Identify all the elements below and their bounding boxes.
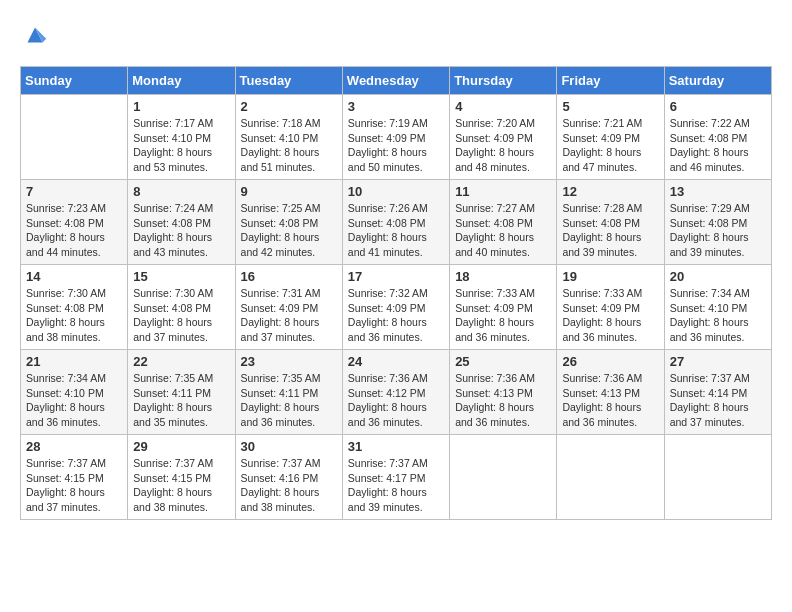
day-info: Sunrise: 7:36 AMSunset: 4:13 PMDaylight:… <box>562 371 658 430</box>
day-number: 2 <box>241 99 337 114</box>
day-number: 13 <box>670 184 766 199</box>
day-number: 26 <box>562 354 658 369</box>
calendar-cell: 2Sunrise: 7:18 AMSunset: 4:10 PMDaylight… <box>235 95 342 180</box>
day-number: 30 <box>241 439 337 454</box>
day-number: 18 <box>455 269 551 284</box>
day-info: Sunrise: 7:33 AMSunset: 4:09 PMDaylight:… <box>455 286 551 345</box>
day-info: Sunrise: 7:21 AMSunset: 4:09 PMDaylight:… <box>562 116 658 175</box>
day-number: 24 <box>348 354 444 369</box>
day-number: 16 <box>241 269 337 284</box>
page-header <box>20 20 772 50</box>
calendar-week-row: 21Sunrise: 7:34 AMSunset: 4:10 PMDayligh… <box>21 350 772 435</box>
calendar-cell: 9Sunrise: 7:25 AMSunset: 4:08 PMDaylight… <box>235 180 342 265</box>
day-info: Sunrise: 7:28 AMSunset: 4:08 PMDaylight:… <box>562 201 658 260</box>
calendar-cell: 17Sunrise: 7:32 AMSunset: 4:09 PMDayligh… <box>342 265 449 350</box>
day-info: Sunrise: 7:22 AMSunset: 4:08 PMDaylight:… <box>670 116 766 175</box>
calendar-cell <box>21 95 128 180</box>
weekday-header-monday: Monday <box>128 67 235 95</box>
day-number: 6 <box>670 99 766 114</box>
day-info: Sunrise: 7:23 AMSunset: 4:08 PMDaylight:… <box>26 201 122 260</box>
calendar-cell: 19Sunrise: 7:33 AMSunset: 4:09 PMDayligh… <box>557 265 664 350</box>
day-number: 3 <box>348 99 444 114</box>
calendar-cell: 5Sunrise: 7:21 AMSunset: 4:09 PMDaylight… <box>557 95 664 180</box>
day-info: Sunrise: 7:34 AMSunset: 4:10 PMDaylight:… <box>670 286 766 345</box>
calendar-cell: 26Sunrise: 7:36 AMSunset: 4:13 PMDayligh… <box>557 350 664 435</box>
day-number: 5 <box>562 99 658 114</box>
day-number: 28 <box>26 439 122 454</box>
day-info: Sunrise: 7:31 AMSunset: 4:09 PMDaylight:… <box>241 286 337 345</box>
weekday-header-tuesday: Tuesday <box>235 67 342 95</box>
day-number: 25 <box>455 354 551 369</box>
day-number: 4 <box>455 99 551 114</box>
weekday-header-sunday: Sunday <box>21 67 128 95</box>
calendar-table: SundayMondayTuesdayWednesdayThursdayFrid… <box>20 66 772 520</box>
calendar-cell <box>557 435 664 520</box>
logo <box>20 20 54 50</box>
calendar-body: 1Sunrise: 7:17 AMSunset: 4:10 PMDaylight… <box>21 95 772 520</box>
day-number: 19 <box>562 269 658 284</box>
day-info: Sunrise: 7:30 AMSunset: 4:08 PMDaylight:… <box>26 286 122 345</box>
calendar-week-row: 14Sunrise: 7:30 AMSunset: 4:08 PMDayligh… <box>21 265 772 350</box>
day-info: Sunrise: 7:30 AMSunset: 4:08 PMDaylight:… <box>133 286 229 345</box>
weekday-header-wednesday: Wednesday <box>342 67 449 95</box>
calendar-week-row: 1Sunrise: 7:17 AMSunset: 4:10 PMDaylight… <box>21 95 772 180</box>
day-info: Sunrise: 7:17 AMSunset: 4:10 PMDaylight:… <box>133 116 229 175</box>
day-info: Sunrise: 7:36 AMSunset: 4:13 PMDaylight:… <box>455 371 551 430</box>
day-number: 21 <box>26 354 122 369</box>
calendar-cell: 18Sunrise: 7:33 AMSunset: 4:09 PMDayligh… <box>450 265 557 350</box>
day-info: Sunrise: 7:24 AMSunset: 4:08 PMDaylight:… <box>133 201 229 260</box>
calendar-cell: 8Sunrise: 7:24 AMSunset: 4:08 PMDaylight… <box>128 180 235 265</box>
day-number: 11 <box>455 184 551 199</box>
calendar-week-row: 28Sunrise: 7:37 AMSunset: 4:15 PMDayligh… <box>21 435 772 520</box>
day-info: Sunrise: 7:37 AMSunset: 4:15 PMDaylight:… <box>26 456 122 515</box>
day-info: Sunrise: 7:27 AMSunset: 4:08 PMDaylight:… <box>455 201 551 260</box>
day-info: Sunrise: 7:25 AMSunset: 4:08 PMDaylight:… <box>241 201 337 260</box>
day-number: 14 <box>26 269 122 284</box>
day-info: Sunrise: 7:37 AMSunset: 4:16 PMDaylight:… <box>241 456 337 515</box>
calendar-cell: 10Sunrise: 7:26 AMSunset: 4:08 PMDayligh… <box>342 180 449 265</box>
calendar-cell: 4Sunrise: 7:20 AMSunset: 4:09 PMDaylight… <box>450 95 557 180</box>
day-number: 20 <box>670 269 766 284</box>
day-info: Sunrise: 7:32 AMSunset: 4:09 PMDaylight:… <box>348 286 444 345</box>
weekday-header-row: SundayMondayTuesdayWednesdayThursdayFrid… <box>21 67 772 95</box>
calendar-cell: 1Sunrise: 7:17 AMSunset: 4:10 PMDaylight… <box>128 95 235 180</box>
calendar-cell: 3Sunrise: 7:19 AMSunset: 4:09 PMDaylight… <box>342 95 449 180</box>
calendar-cell <box>450 435 557 520</box>
day-number: 1 <box>133 99 229 114</box>
calendar-cell: 16Sunrise: 7:31 AMSunset: 4:09 PMDayligh… <box>235 265 342 350</box>
calendar-cell: 30Sunrise: 7:37 AMSunset: 4:16 PMDayligh… <box>235 435 342 520</box>
day-number: 29 <box>133 439 229 454</box>
day-info: Sunrise: 7:33 AMSunset: 4:09 PMDaylight:… <box>562 286 658 345</box>
day-info: Sunrise: 7:35 AMSunset: 4:11 PMDaylight:… <box>241 371 337 430</box>
day-info: Sunrise: 7:29 AMSunset: 4:08 PMDaylight:… <box>670 201 766 260</box>
day-number: 17 <box>348 269 444 284</box>
day-number: 31 <box>348 439 444 454</box>
calendar-header: SundayMondayTuesdayWednesdayThursdayFrid… <box>21 67 772 95</box>
weekday-header-friday: Friday <box>557 67 664 95</box>
day-number: 9 <box>241 184 337 199</box>
day-number: 10 <box>348 184 444 199</box>
day-info: Sunrise: 7:35 AMSunset: 4:11 PMDaylight:… <box>133 371 229 430</box>
calendar-cell: 15Sunrise: 7:30 AMSunset: 4:08 PMDayligh… <box>128 265 235 350</box>
calendar-cell: 14Sunrise: 7:30 AMSunset: 4:08 PMDayligh… <box>21 265 128 350</box>
day-number: 15 <box>133 269 229 284</box>
day-number: 27 <box>670 354 766 369</box>
calendar-cell: 25Sunrise: 7:36 AMSunset: 4:13 PMDayligh… <box>450 350 557 435</box>
calendar-cell <box>664 435 771 520</box>
weekday-header-thursday: Thursday <box>450 67 557 95</box>
day-number: 12 <box>562 184 658 199</box>
day-info: Sunrise: 7:37 AMSunset: 4:14 PMDaylight:… <box>670 371 766 430</box>
calendar-cell: 11Sunrise: 7:27 AMSunset: 4:08 PMDayligh… <box>450 180 557 265</box>
calendar-cell: 31Sunrise: 7:37 AMSunset: 4:17 PMDayligh… <box>342 435 449 520</box>
calendar-cell: 20Sunrise: 7:34 AMSunset: 4:10 PMDayligh… <box>664 265 771 350</box>
calendar-cell: 21Sunrise: 7:34 AMSunset: 4:10 PMDayligh… <box>21 350 128 435</box>
calendar-cell: 7Sunrise: 7:23 AMSunset: 4:08 PMDaylight… <box>21 180 128 265</box>
calendar-cell: 12Sunrise: 7:28 AMSunset: 4:08 PMDayligh… <box>557 180 664 265</box>
calendar-cell: 13Sunrise: 7:29 AMSunset: 4:08 PMDayligh… <box>664 180 771 265</box>
calendar-week-row: 7Sunrise: 7:23 AMSunset: 4:08 PMDaylight… <box>21 180 772 265</box>
calendar-cell: 23Sunrise: 7:35 AMSunset: 4:11 PMDayligh… <box>235 350 342 435</box>
day-number: 8 <box>133 184 229 199</box>
day-info: Sunrise: 7:20 AMSunset: 4:09 PMDaylight:… <box>455 116 551 175</box>
calendar-cell: 28Sunrise: 7:37 AMSunset: 4:15 PMDayligh… <box>21 435 128 520</box>
day-info: Sunrise: 7:34 AMSunset: 4:10 PMDaylight:… <box>26 371 122 430</box>
